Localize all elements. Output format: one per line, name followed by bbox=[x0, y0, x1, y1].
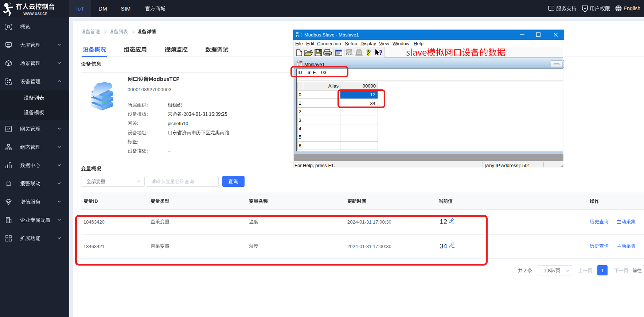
svg-text:?: ? bbox=[379, 49, 383, 57]
